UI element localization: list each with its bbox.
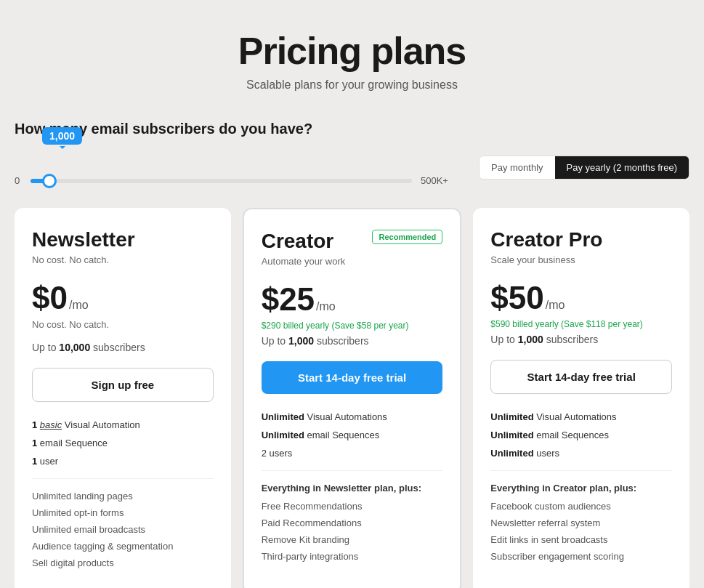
newsletter-extra-1: Unlimited landing pages (32, 491, 214, 502)
billing-toggle: Pay monthly Pay yearly (2 months free) (479, 156, 689, 180)
slider-thumb[interactable] (42, 174, 57, 188)
creator-plan-name: Creator (262, 230, 334, 253)
subscriber-question: How many email subscribers do you have? (15, 121, 689, 137)
creator-feature-1: Unlimited Visual Automations (262, 411, 443, 422)
creator-feature-2: Unlimited email Sequences (262, 430, 443, 440)
creator-pro-feature-3: Unlimited users (490, 448, 672, 459)
newsletter-price-period: /mo (69, 299, 89, 312)
creator-pro-price-billed: $590 billed yearly (Save $118 per year) (490, 319, 672, 329)
creator-extra-3: Remove Kit branding (262, 534, 443, 545)
creator-plan-header: Creator Recommended (262, 230, 443, 253)
slider-max-label: 500K+ (421, 175, 450, 186)
creator-cta-button[interactable]: Start 14-day free trial (262, 361, 443, 394)
creator-pro-features-list: Unlimited Visual Automations Unlimited e… (490, 411, 672, 459)
slider-min-label: 0 (15, 175, 22, 186)
creator-pro-extras-list: Facebook custom audiences Newsletter ref… (490, 501, 672, 562)
creator-plan-price: $25 /mo (262, 281, 443, 318)
creator-price-amount: $25 (262, 281, 315, 318)
slider-track[interactable] (31, 179, 412, 183)
newsletter-feature-2: 1 email Sequence (32, 438, 214, 448)
page-subtitle: Scalable plans for your growing business (15, 78, 689, 92)
newsletter-subscribers: Up to 10,000 subscribers (32, 342, 214, 353)
creator-pro-price-amount: $50 (490, 280, 543, 316)
creator-pro-feature-2: Unlimited email Sequences (490, 430, 672, 440)
creator-pro-plan-name: Creator Pro (490, 228, 602, 251)
creator-pro-extra-1: Facebook custom audiences (490, 501, 672, 512)
creator-pro-price-period: /mo (546, 299, 565, 312)
creator-pro-plan-header: Creator Pro (490, 228, 672, 251)
creator-pro-extras-label: Everything in Creator plan, plus: (490, 483, 672, 494)
newsletter-plan-price: $0 /mo (32, 280, 214, 316)
creator-feature-3: 2 users (262, 448, 443, 459)
newsletter-price-amount: $0 (32, 280, 68, 316)
creator-extra-4: Third-party integrations (262, 551, 443, 562)
newsletter-plan-header: Newsletter (32, 228, 214, 251)
page-title: Pricing plans (15, 29, 689, 73)
creator-pro-divider (490, 470, 672, 471)
plans-container: Newsletter No cost. No catch. $0 /mo No … (0, 193, 704, 588)
newsletter-extras-list: Unlimited landing pages Unlimited opt-in… (32, 491, 214, 568)
creator-plan-card: Creator Recommended Automate your work $… (243, 208, 462, 588)
newsletter-plan-card: Newsletter No cost. No catch. $0 /mo No … (15, 208, 231, 588)
creator-pro-extra-4: Subscriber engagement scoring (490, 551, 672, 562)
newsletter-cta-button[interactable]: Sign up free (32, 368, 214, 402)
newsletter-plan-name: Newsletter (32, 228, 135, 251)
creator-extras-label: Everything in Newsletter plan, plus: (262, 483, 443, 494)
newsletter-feature-1: 1 basic Visual Automation (32, 419, 214, 430)
newsletter-extra-2: Unlimited opt-in forms (32, 507, 214, 518)
creator-pro-subscribers: Up to 1,000 subscribers (490, 334, 672, 345)
creator-price-billed: $290 billed yearly (Save $58 per year) (262, 321, 443, 331)
creator-subscribers: Up to 1,000 subscribers (262, 335, 443, 347)
creator-pro-extra-2: Newsletter referral system (490, 517, 672, 528)
creator-plan-tagline: Automate your work (262, 256, 443, 267)
newsletter-extra-5: Sell digital products (32, 557, 214, 568)
creator-pro-plan-card: Creator Pro Scale your business $50 /mo … (473, 208, 689, 588)
creator-pro-cta-button[interactable]: Start 14-day free trial (490, 360, 672, 394)
newsletter-feature-3: 1 user (32, 456, 214, 467)
newsletter-divider (32, 478, 214, 479)
creator-pro-plan-price: $50 /mo (490, 280, 672, 316)
creator-extras-list: Free Recommendations Paid Recommendation… (262, 501, 443, 562)
creator-extra-1: Free Recommendations (262, 501, 443, 512)
billing-monthly-option[interactable]: Pay monthly (480, 156, 555, 179)
newsletter-extra-3: Unlimited email broadcasts (32, 524, 214, 535)
slider-value-bubble: 1,000 (42, 127, 82, 145)
creator-divider (262, 470, 443, 471)
newsletter-no-cost: No cost. No catch. (32, 319, 214, 330)
creator-pro-extra-3: Edit links in sent broadcasts (490, 534, 672, 545)
creator-features-list: Unlimited Visual Automations Unlimited e… (262, 411, 443, 459)
creator-price-period: /mo (316, 300, 336, 313)
billing-yearly-option[interactable]: Pay yearly (2 months free) (555, 156, 689, 179)
newsletter-extra-4: Audience tagging & segmentation (32, 541, 214, 552)
creator-extra-2: Paid Recommendations (262, 517, 443, 528)
newsletter-plan-tagline: No cost. No catch. (32, 254, 214, 265)
creator-pro-feature-1: Unlimited Visual Automations (490, 411, 672, 422)
recommended-badge: Recommended (372, 230, 442, 244)
newsletter-features-list: 1 basic Visual Automation 1 email Sequen… (32, 419, 214, 467)
creator-pro-plan-tagline: Scale your business (490, 254, 672, 265)
